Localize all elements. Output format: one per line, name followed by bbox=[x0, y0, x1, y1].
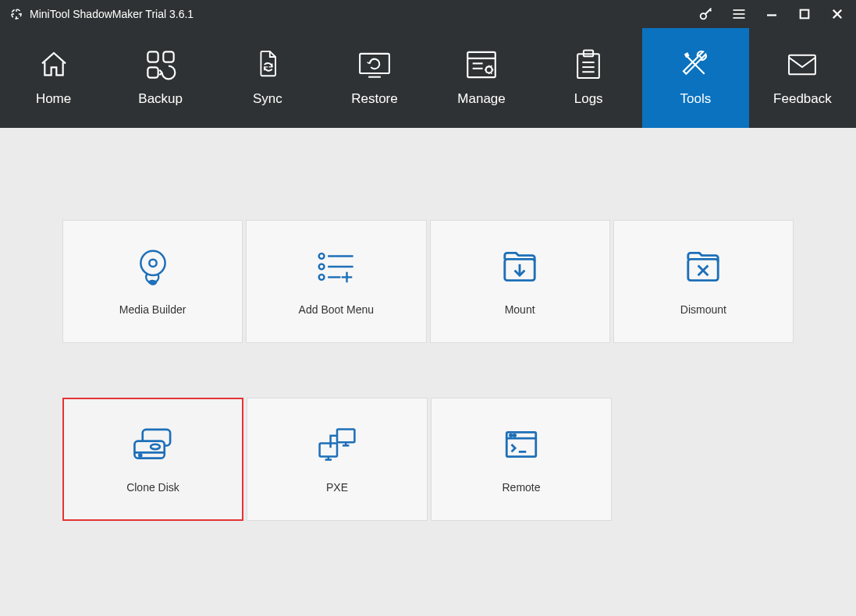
add-boot-menu-icon bbox=[315, 247, 357, 286]
svg-rect-10 bbox=[147, 67, 158, 77]
tool-clone-disk[interactable]: Clone Disk bbox=[62, 398, 243, 521]
restore-icon bbox=[357, 49, 392, 80]
nav-feedback[interactable]: Feedback bbox=[749, 28, 856, 128]
card-label: Clone Disk bbox=[126, 481, 179, 494]
svg-rect-23 bbox=[790, 55, 816, 75]
tools-row-2: Clone Disk PXE Remote bbox=[62, 398, 794, 521]
svg-point-0 bbox=[701, 13, 706, 19]
svg-point-24 bbox=[140, 251, 165, 275]
tools-row-1: Media Builder Add Boot Menu bbox=[62, 220, 794, 343]
main-navbar: Home Backup Sync Restor bbox=[0, 28, 856, 128]
nav-tools[interactable]: Tools bbox=[642, 28, 749, 128]
dismount-icon bbox=[684, 247, 722, 286]
nav-logs[interactable]: Logs bbox=[535, 28, 642, 128]
window-controls bbox=[697, 5, 847, 23]
app-title: MiniTool ShadowMaker Trial 3.6.1 bbox=[30, 8, 697, 20]
svg-point-52 bbox=[510, 434, 512, 437]
backup-icon bbox=[145, 49, 176, 80]
media-builder-icon bbox=[133, 247, 172, 286]
titlebar: MiniTool ShadowMaker Trial 3.6.1 bbox=[0, 0, 856, 28]
card-label: PXE bbox=[326, 481, 348, 494]
nav-label: Home bbox=[36, 91, 71, 107]
nav-restore[interactable]: Restore bbox=[321, 28, 428, 128]
nav-sync[interactable]: Sync bbox=[214, 28, 321, 128]
card-label: Add Boot Menu bbox=[299, 303, 375, 316]
card-label: Mount bbox=[505, 303, 535, 316]
svg-rect-18 bbox=[577, 54, 599, 78]
nav-label: Backup bbox=[138, 91, 183, 107]
sync-icon bbox=[254, 49, 282, 80]
svg-rect-8 bbox=[147, 51, 158, 62]
manage-icon bbox=[465, 49, 498, 80]
app-logo-icon bbox=[9, 7, 23, 21]
card-label: Media Builder bbox=[119, 303, 186, 316]
tools-content: Media Builder Add Boot Menu bbox=[0, 220, 856, 616]
maximize-button[interactable] bbox=[795, 5, 814, 23]
pxe-icon bbox=[315, 425, 359, 464]
tool-media-builder[interactable]: Media Builder bbox=[62, 220, 243, 343]
nav-backup[interactable]: Backup bbox=[107, 28, 214, 128]
nav-label: Logs bbox=[574, 91, 603, 107]
svg-point-28 bbox=[319, 264, 325, 270]
svg-point-42 bbox=[139, 455, 141, 457]
svg-point-53 bbox=[513, 434, 516, 437]
nav-home[interactable]: Home bbox=[0, 28, 107, 128]
tools-icon bbox=[679, 49, 712, 80]
svg-point-26 bbox=[319, 253, 325, 259]
svg-point-30 bbox=[319, 274, 325, 280]
nav-label: Manage bbox=[457, 91, 505, 107]
svg-rect-11 bbox=[360, 54, 389, 73]
tool-pxe[interactable]: PXE bbox=[247, 398, 428, 521]
minimize-button[interactable] bbox=[762, 5, 781, 23]
svg-rect-47 bbox=[320, 444, 337, 457]
tool-dismount[interactable]: Dismount bbox=[613, 220, 794, 343]
svg-rect-9 bbox=[163, 51, 173, 62]
tool-mount[interactable]: Mount bbox=[430, 220, 610, 343]
tool-add-boot-menu[interactable]: Add Boot Menu bbox=[246, 220, 426, 343]
tool-remote[interactable]: Remote bbox=[431, 398, 612, 521]
nav-manage[interactable]: Manage bbox=[428, 28, 535, 128]
home-icon bbox=[38, 49, 69, 80]
menu-icon[interactable] bbox=[730, 5, 748, 23]
nav-label: Sync bbox=[253, 91, 282, 107]
nav-label: Tools bbox=[680, 91, 711, 107]
clone-disk-icon bbox=[131, 425, 175, 464]
svg-rect-44 bbox=[337, 429, 354, 442]
key-icon[interactable] bbox=[697, 5, 716, 23]
card-label: Remote bbox=[502, 481, 540, 494]
svg-point-25 bbox=[149, 260, 156, 267]
card-label: Dismount bbox=[680, 303, 726, 316]
remote-icon bbox=[502, 425, 541, 464]
svg-rect-5 bbox=[801, 10, 809, 19]
mount-icon bbox=[501, 247, 538, 286]
feedback-icon bbox=[787, 49, 818, 80]
nav-label: Feedback bbox=[773, 91, 832, 107]
nav-label: Restore bbox=[351, 91, 398, 107]
logs-icon bbox=[574, 49, 602, 80]
close-button[interactable] bbox=[828, 5, 847, 23]
